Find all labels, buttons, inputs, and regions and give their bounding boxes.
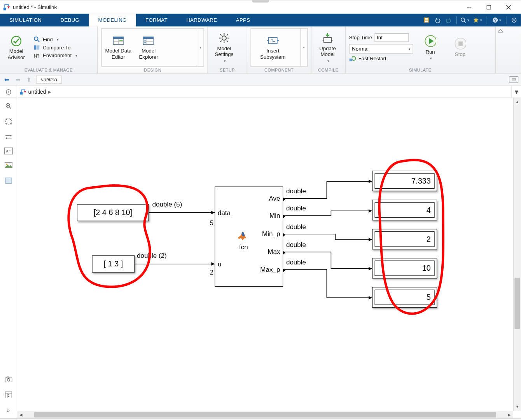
group-label: DESIGN bbox=[101, 68, 204, 72]
signal-label: double bbox=[286, 187, 306, 195]
image-icon[interactable] bbox=[3, 161, 13, 170]
undo-icon[interactable] bbox=[432, 16, 442, 25]
more-icon[interactable]: » bbox=[3, 406, 13, 415]
zoom-in-icon[interactable] bbox=[3, 102, 13, 111]
save-icon[interactable] bbox=[421, 16, 432, 25]
search-icon[interactable]: ▾ bbox=[459, 16, 469, 25]
svg-line-9 bbox=[464, 21, 465, 23]
tab-apps[interactable]: APPS bbox=[227, 14, 260, 26]
nav-up-button[interactable]: ⬆ bbox=[25, 75, 33, 84]
matlab-function-block[interactable]: data u 5 2 Ave Min Min_p Max Max_p fcn bbox=[215, 187, 283, 287]
keyboard-icon[interactable]: ⌨ bbox=[509, 76, 518, 83]
svg-rect-16 bbox=[34, 46, 37, 50]
simulink-icon bbox=[3, 3, 10, 11]
svg-point-21 bbox=[34, 54, 35, 56]
model-advisor-button[interactable]: Model Advisor ▾ bbox=[3, 35, 29, 60]
area-icon[interactable] bbox=[3, 176, 13, 185]
toggle-io-icon[interactable] bbox=[3, 132, 13, 142]
qat-expand-icon[interactable] bbox=[509, 16, 519, 25]
svg-line-41 bbox=[227, 40, 228, 42]
design-gallery-expand[interactable]: ▾ bbox=[197, 29, 204, 66]
svg-line-42 bbox=[220, 40, 222, 42]
breadcrumb-current[interactable]: untitled bbox=[28, 89, 46, 95]
checkmark-icon bbox=[10, 35, 22, 47]
display-block-max-p[interactable]: 5 bbox=[372, 287, 437, 308]
library-icon[interactable] bbox=[3, 390, 13, 399]
component-gallery-expand[interactable]: ▾ bbox=[300, 29, 307, 66]
tab-format[interactable]: FORMAT bbox=[136, 14, 177, 26]
subsystem-icon bbox=[267, 35, 279, 47]
model-explorer-button[interactable]: Model Explorer bbox=[136, 35, 161, 60]
stop-time-input[interactable] bbox=[375, 33, 409, 42]
port-label: u bbox=[218, 261, 221, 268]
display-block-max[interactable]: 10 bbox=[372, 258, 437, 278]
breadcrumb-dropdown[interactable]: ▾ bbox=[512, 86, 521, 98]
horizontal-scrollbar[interactable]: ◀ ▶ bbox=[17, 411, 513, 418]
explorer-bar: ⬅ ➡ ⬆ untitled ⌨ bbox=[0, 74, 521, 86]
port-dim-label: 2 bbox=[210, 269, 213, 276]
display-block-min-p[interactable]: 2 bbox=[372, 229, 437, 250]
svg-point-69 bbox=[7, 379, 10, 382]
stop-time-label: Stop Time bbox=[349, 35, 372, 40]
tab-hardware[interactable]: HARDWARE bbox=[177, 14, 227, 26]
fast-restart-button[interactable]: Fast Restart bbox=[349, 56, 413, 61]
find-button[interactable]: Find▾ bbox=[33, 36, 77, 43]
svg-rect-6 bbox=[425, 21, 428, 22]
nav-forward-button[interactable]: ➡ bbox=[14, 75, 22, 84]
signal-label: double bbox=[286, 258, 306, 266]
group-label: SETUP bbox=[211, 68, 243, 72]
tab-modeling[interactable]: MODELING bbox=[89, 14, 136, 26]
svg-rect-25 bbox=[113, 37, 123, 39]
tab-debug[interactable]: DEBUG bbox=[51, 14, 89, 26]
display-block-min[interactable]: 4 bbox=[372, 200, 437, 220]
port-label: Ave bbox=[269, 195, 280, 203]
help-icon[interactable]: ?▾ bbox=[490, 16, 504, 25]
signal-label: double (2) bbox=[137, 252, 167, 260]
camera-icon[interactable] bbox=[3, 375, 13, 384]
port-label: data bbox=[218, 209, 231, 217]
stop-button[interactable]: Stop bbox=[448, 38, 473, 58]
svg-rect-34 bbox=[144, 42, 146, 43]
svg-line-58 bbox=[9, 107, 11, 108]
minimize-button[interactable] bbox=[459, 0, 479, 14]
editor-icon bbox=[112, 35, 124, 47]
update-model-button[interactable]: Update Model▾ bbox=[315, 32, 341, 63]
nav-back-button[interactable]: ⬅ bbox=[3, 75, 11, 84]
canvas[interactable]: [2 4 6 8 10] [ 1 3 ] double (5) double (… bbox=[17, 98, 521, 418]
svg-rect-73 bbox=[8, 394, 9, 395]
svg-rect-74 bbox=[8, 396, 9, 397]
vertical-scrollbar[interactable]: ▲ ▼ bbox=[513, 98, 521, 411]
close-button[interactable] bbox=[499, 0, 519, 14]
environment-button[interactable]: Environment▾ bbox=[33, 52, 77, 59]
constant-block-2[interactable]: [ 1 3 ] bbox=[92, 256, 135, 273]
run-button[interactable]: Run▾ bbox=[418, 35, 443, 60]
hide-browser-button[interactable] bbox=[0, 86, 17, 98]
group-label: SIMULATE bbox=[349, 68, 491, 72]
toolstrip-collapse-button[interactable] bbox=[495, 26, 505, 73]
fit-icon[interactable] bbox=[3, 117, 13, 126]
group-label: EVALUATE & MANAGE bbox=[3, 68, 94, 72]
model-data-editor-button[interactable]: Model Data Editor bbox=[105, 35, 132, 60]
insert-subsystem-button[interactable]: Insert Subsystem bbox=[254, 35, 292, 60]
svg-rect-56 bbox=[20, 92, 23, 94]
maximize-button[interactable] bbox=[479, 0, 499, 14]
constant-block-1[interactable]: [2 4 6 8 10] bbox=[77, 204, 149, 221]
tab-simulation[interactable]: SIMULATION bbox=[0, 14, 51, 26]
redo-icon[interactable] bbox=[444, 16, 454, 25]
breadcrumb-bar: untitled ▶ ▾ bbox=[0, 86, 521, 98]
svg-rect-30 bbox=[143, 37, 154, 39]
compare-button[interactable]: Compare To bbox=[33, 44, 77, 51]
port-label: Max bbox=[267, 248, 280, 256]
svg-line-15 bbox=[38, 40, 39, 42]
svg-point-65 bbox=[6, 164, 7, 165]
sim-mode-select[interactable]: Normal▾ bbox=[349, 44, 413, 53]
model-settings-button[interactable]: Model Settings▾ bbox=[211, 32, 237, 63]
title-bar: untitled * - Simulink bbox=[0, 0, 521, 14]
display-block-ave[interactable]: 7.333 bbox=[372, 171, 437, 191]
group-label: COMPILE bbox=[315, 68, 342, 72]
model-tab[interactable]: untitled bbox=[36, 76, 62, 84]
svg-line-40 bbox=[220, 34, 222, 35]
group-label: COMPONENT bbox=[251, 68, 308, 72]
favorites-icon[interactable]: ▾ bbox=[470, 16, 484, 25]
annotation-icon[interactable]: A≡ bbox=[4, 148, 12, 155]
